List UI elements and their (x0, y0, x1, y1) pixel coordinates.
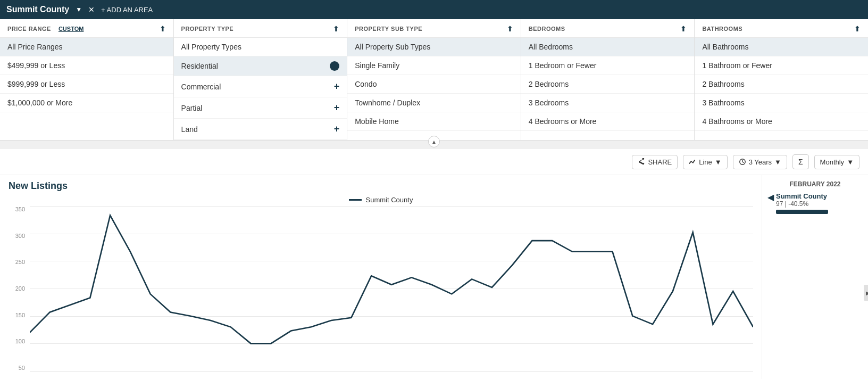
bathrooms-1[interactable]: 1 Bathroom or Fewer (695, 56, 868, 75)
price-range-header: PRICE RANGE CUSTOM ⬆ (0, 19, 173, 38)
y-label-50: 50 (19, 365, 27, 371)
add-area-button[interactable]: + ADD AN AREA (101, 6, 153, 14)
sidebar-date: FEBRUARY 2022 (767, 180, 863, 188)
y-label-250: 250 (15, 259, 27, 265)
frequency-button[interactable]: Monthly ▼ (814, 155, 859, 169)
close-area-button[interactable]: ✕ (88, 5, 95, 14)
chart-body: New Listings Summit County 350 300 250 2… (0, 175, 868, 379)
share-icon (638, 158, 645, 166)
share-button[interactable]: SHARE (632, 155, 678, 169)
grid-line-50 (30, 371, 753, 372)
bedrooms-2[interactable]: 2 Bedrooms (521, 75, 695, 94)
land-expand-icon[interactable]: + (334, 123, 340, 135)
sidebar-collapse-icon[interactable]: ◀ (767, 192, 774, 202)
bathrooms-title: BATHROOMS (702, 26, 742, 32)
chart-toolbar: SHARE Line ▼ 3 Years ▼ Σ Monthly ▼ (0, 149, 868, 175)
property-type-title: PROPERTY TYPE (181, 26, 234, 32)
sigma-icon: Σ (798, 158, 803, 166)
sub-type-townhome[interactable]: Townhome / Duplex (347, 94, 521, 112)
bedrooms-1[interactable]: 1 Bedroom or Fewer (521, 56, 695, 75)
sub-type-all[interactable]: All Property Sub Types (347, 38, 521, 56)
property-sub-type-options: All Property Sub Types Single Family Con… (347, 38, 521, 131)
price-range-reset-icon[interactable]: ⬆ (160, 24, 166, 33)
property-sub-type-filter: PROPERTY SUB TYPE ⬆ All Property Sub Typ… (347, 19, 521, 140)
bedrooms-reset-icon[interactable]: ⬆ (680, 24, 687, 33)
bathrooms-4[interactable]: 4 Bathrooms or More (695, 112, 868, 131)
bathrooms-filter: BATHROOMS ⬆ All Bathrooms 1 Bathroom or … (695, 19, 868, 140)
y-label-350: 350 (15, 206, 27, 212)
price-range-options: All Price Ranges $499,999 or Less $999,9… (0, 38, 173, 112)
years-selector-button[interactable]: 3 Years ▼ (733, 155, 787, 169)
property-type-reset-icon[interactable]: ⬆ (333, 24, 339, 33)
chart-type-button[interactable]: Line ▼ (683, 155, 727, 169)
property-type-header: PROPERTY TYPE ⬆ (174, 19, 347, 38)
y-label-150: 150 (15, 312, 27, 318)
bedrooms-header: BEDROOMS ⬆ (521, 19, 695, 38)
y-label-200: 200 (15, 285, 27, 292)
filters-container: PRICE RANGE CUSTOM ⬆ All Price Ranges $4… (0, 19, 868, 141)
price-range-999k[interactable]: $999,999 or Less (0, 75, 173, 94)
top-bar: Summit County ▼ ✕ + ADD AN AREA (0, 0, 868, 19)
price-range-499k[interactable]: $499,999 or Less (0, 56, 173, 75)
sidebar-expand-button[interactable]: ▶ (864, 285, 868, 301)
sub-type-condo[interactable]: Condo (347, 75, 521, 94)
y-axis: 350 300 250 200 150 100 50 (9, 206, 27, 371)
chart-legend: Summit County (9, 196, 753, 204)
price-range-all[interactable]: All Price Ranges (0, 38, 173, 56)
chart-main: New Listings Summit County 350 300 250 2… (0, 175, 762, 379)
legend-label: Summit County (366, 196, 413, 204)
chart-area: SHARE Line ▼ 3 Years ▼ Σ Monthly ▼ New L (0, 149, 868, 379)
partial-expand-icon[interactable]: + (334, 102, 340, 113)
line-chart-icon (689, 158, 696, 166)
price-range-1m[interactable]: $1,000,000 or More (0, 94, 173, 112)
residential-selected-dot (330, 61, 339, 71)
bedrooms-title: BEDROOMS (529, 26, 565, 32)
price-range-custom[interactable]: CUSTOM (59, 26, 84, 32)
chart-sidebar: FEBRUARY 2022 ◀ Summit County 97 | -40.5… (762, 175, 868, 379)
price-range-filter: PRICE RANGE CUSTOM ⬆ All Price Ranges $4… (0, 19, 174, 140)
y-label-100: 100 (15, 338, 27, 344)
price-range-title: PRICE RANGE (7, 26, 51, 32)
bathrooms-3[interactable]: 3 Bathrooms (695, 94, 868, 112)
property-sub-type-title: PROPERTY SUB TYPE (355, 26, 422, 32)
bathrooms-options: All Bathrooms 1 Bathroom or Fewer 2 Bath… (695, 38, 868, 131)
property-type-land[interactable]: Land + (174, 119, 347, 140)
property-type-commercial[interactable]: Commercial + (174, 76, 347, 97)
filters-expand-button[interactable]: ▲ (428, 136, 440, 147)
chart-wrapper: 350 300 250 200 150 100 50 (9, 206, 753, 379)
bathrooms-2[interactable]: 2 Bathrooms (695, 75, 868, 94)
y-label-300: 300 (15, 233, 27, 239)
bedrooms-all[interactable]: All Bedrooms (521, 38, 695, 56)
sidebar-bar-indicator (776, 210, 828, 214)
sub-type-mobile-home[interactable]: Mobile Home (347, 112, 521, 131)
property-type-filter: PROPERTY TYPE ⬆ All Property Types Resid… (174, 19, 348, 140)
clock-icon (739, 158, 746, 166)
bathrooms-reset-icon[interactable]: ⬆ (854, 24, 861, 33)
chart-title: New Listings (9, 180, 753, 192)
property-type-all[interactable]: All Property Types (174, 38, 347, 56)
sidebar-county-name: Summit County (776, 192, 863, 200)
property-type-residential[interactable]: Residential (174, 56, 347, 76)
property-sub-type-header: PROPERTY SUB TYPE ⬆ (347, 19, 521, 38)
bathrooms-header: BATHROOMS ⬆ (695, 19, 868, 38)
commercial-expand-icon[interactable]: + (334, 81, 340, 92)
sub-type-single-family[interactable]: Single Family (347, 56, 521, 75)
bathrooms-all[interactable]: All Bathrooms (695, 38, 868, 56)
legend-line-indicator (349, 199, 362, 201)
sidebar-county-stats: 97 | -40.5% (776, 200, 863, 208)
property-type-options: All Property Types Residential Commercia… (174, 38, 347, 140)
area-title: Summit County (6, 5, 69, 14)
bedrooms-filter: BEDROOMS ⬆ All Bedrooms 1 Bedroom or Few… (521, 19, 695, 140)
bedrooms-options: All Bedrooms 1 Bedroom or Fewer 2 Bedroo… (521, 38, 695, 131)
property-sub-type-reset-icon[interactable]: ⬆ (507, 24, 513, 33)
chart-plot (30, 206, 753, 371)
sidebar-county-info: ◀ Summit County 97 | -40.5% (767, 192, 863, 214)
sigma-button[interactable]: Σ (792, 154, 809, 169)
property-type-partial[interactable]: Partial + (174, 97, 347, 119)
sidebar-county-details: Summit County 97 | -40.5% (776, 192, 863, 214)
bedrooms-3[interactable]: 3 Bedrooms (521, 94, 695, 112)
bedrooms-4[interactable]: 4 Bedrooms or More (521, 112, 695, 131)
line-chart-svg (30, 206, 753, 371)
